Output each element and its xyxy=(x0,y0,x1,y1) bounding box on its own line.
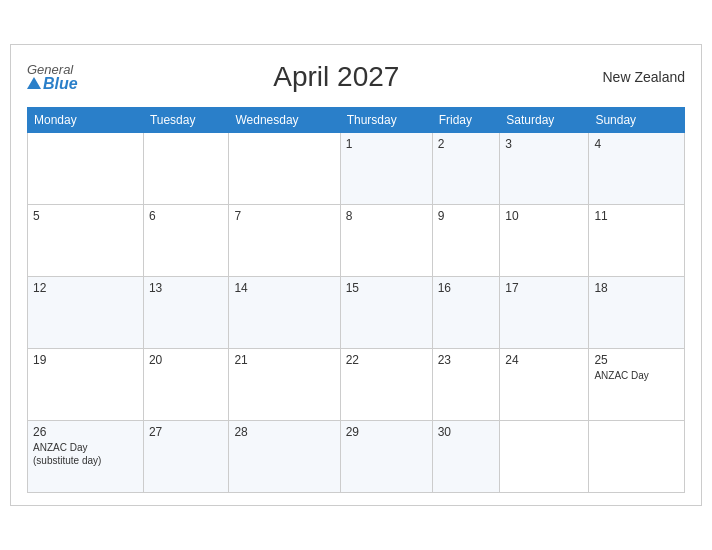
day-number: 8 xyxy=(346,209,427,223)
week-row-4: 19202122232425ANZAC Day xyxy=(28,349,685,421)
col-monday: Monday xyxy=(28,108,144,133)
day-number: 1 xyxy=(346,137,427,151)
logo: General Blue xyxy=(27,63,78,92)
day-number: 22 xyxy=(346,353,427,367)
day-cell: 7 xyxy=(229,205,340,277)
day-cell: 22 xyxy=(340,349,432,421)
day-cell: 12 xyxy=(28,277,144,349)
day-cell: 26ANZAC Day(substitute day) xyxy=(28,421,144,493)
day-number: 18 xyxy=(594,281,679,295)
day-cell: 14 xyxy=(229,277,340,349)
day-number: 25 xyxy=(594,353,679,367)
day-number: 17 xyxy=(505,281,583,295)
col-thursday: Thursday xyxy=(340,108,432,133)
day-cell xyxy=(229,133,340,205)
logo-general-text: General xyxy=(27,63,73,76)
week-row-2: 567891011 xyxy=(28,205,685,277)
day-number: 14 xyxy=(234,281,334,295)
day-cell: 18 xyxy=(589,277,685,349)
day-cell: 4 xyxy=(589,133,685,205)
day-number: 4 xyxy=(594,137,679,151)
day-number: 15 xyxy=(346,281,427,295)
day-number: 2 xyxy=(438,137,495,151)
calendar-title: April 2027 xyxy=(78,61,595,93)
day-cell: 13 xyxy=(143,277,229,349)
day-cell: 8 xyxy=(340,205,432,277)
col-wednesday: Wednesday xyxy=(229,108,340,133)
day-number: 24 xyxy=(505,353,583,367)
holiday-label: ANZAC Day(substitute day) xyxy=(33,441,138,467)
day-number: 9 xyxy=(438,209,495,223)
col-tuesday: Tuesday xyxy=(143,108,229,133)
logo-triangle-icon xyxy=(27,77,41,89)
day-number: 29 xyxy=(346,425,427,439)
day-number: 19 xyxy=(33,353,138,367)
day-cell: 20 xyxy=(143,349,229,421)
day-cell: 11 xyxy=(589,205,685,277)
day-cell: 9 xyxy=(432,205,500,277)
day-number: 20 xyxy=(149,353,224,367)
day-number: 23 xyxy=(438,353,495,367)
day-cell: 10 xyxy=(500,205,589,277)
day-cell xyxy=(500,421,589,493)
day-cell: 21 xyxy=(229,349,340,421)
day-number: 3 xyxy=(505,137,583,151)
day-number: 27 xyxy=(149,425,224,439)
day-cell xyxy=(589,421,685,493)
day-cell: 25ANZAC Day xyxy=(589,349,685,421)
holiday-label: ANZAC Day xyxy=(594,369,679,382)
day-cell: 5 xyxy=(28,205,144,277)
day-number: 5 xyxy=(33,209,138,223)
day-number: 16 xyxy=(438,281,495,295)
col-saturday: Saturday xyxy=(500,108,589,133)
day-cell: 16 xyxy=(432,277,500,349)
week-row-5: 26ANZAC Day(substitute day)27282930 xyxy=(28,421,685,493)
day-cell: 28 xyxy=(229,421,340,493)
day-cell: 15 xyxy=(340,277,432,349)
calendar-header: General Blue April 2027 New Zealand xyxy=(27,61,685,93)
day-cell: 30 xyxy=(432,421,500,493)
day-cell: 19 xyxy=(28,349,144,421)
day-number: 28 xyxy=(234,425,334,439)
country-label: New Zealand xyxy=(595,69,685,85)
day-number: 11 xyxy=(594,209,679,223)
day-cell: 24 xyxy=(500,349,589,421)
day-number: 26 xyxy=(33,425,138,439)
col-sunday: Sunday xyxy=(589,108,685,133)
day-number: 12 xyxy=(33,281,138,295)
day-number: 10 xyxy=(505,209,583,223)
week-row-1: 1234 xyxy=(28,133,685,205)
day-cell xyxy=(28,133,144,205)
day-number: 13 xyxy=(149,281,224,295)
calendar-container: General Blue April 2027 New Zealand Mond… xyxy=(10,44,702,506)
calendar-grid: Monday Tuesday Wednesday Thursday Friday… xyxy=(27,107,685,493)
day-cell: 2 xyxy=(432,133,500,205)
day-cell: 27 xyxy=(143,421,229,493)
day-number: 30 xyxy=(438,425,495,439)
day-cell: 29 xyxy=(340,421,432,493)
logo-blue-text: Blue xyxy=(27,76,78,92)
day-cell: 6 xyxy=(143,205,229,277)
col-friday: Friday xyxy=(432,108,500,133)
day-cell: 23 xyxy=(432,349,500,421)
day-number: 7 xyxy=(234,209,334,223)
day-cell: 3 xyxy=(500,133,589,205)
day-number: 21 xyxy=(234,353,334,367)
week-row-3: 12131415161718 xyxy=(28,277,685,349)
day-number: 6 xyxy=(149,209,224,223)
weekday-header-row: Monday Tuesday Wednesday Thursday Friday… xyxy=(28,108,685,133)
day-cell: 17 xyxy=(500,277,589,349)
day-cell xyxy=(143,133,229,205)
day-cell: 1 xyxy=(340,133,432,205)
